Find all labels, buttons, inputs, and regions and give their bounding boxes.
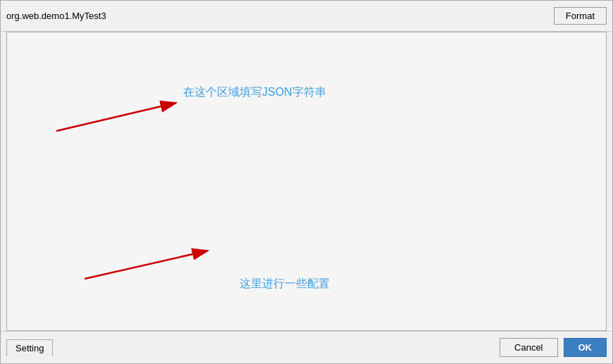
editor-area: 在这个区域填写JSON字符串 这里进行一些配置: [6, 32, 607, 331]
format-button[interactable]: Format: [554, 7, 607, 25]
main-content: 在这个区域填写JSON字符串 这里进行一些配置: [1, 32, 612, 331]
setting-tab[interactable]: Setting: [6, 339, 53, 356]
title-bar: org.web.demo1.MyTest3 Format: [1, 1, 612, 32]
ok-button[interactable]: OK: [564, 338, 607, 357]
bottom-bar: Setting Cancel OK: [1, 331, 612, 363]
json-input[interactable]: [7, 32, 606, 330]
main-window: org.web.demo1.MyTest3 Format 在这个区域填写JSON…: [0, 0, 613, 364]
window-title: org.web.demo1.MyTest3: [6, 11, 106, 21]
bottom-buttons: Cancel OK: [500, 338, 607, 357]
cancel-button[interactable]: Cancel: [500, 338, 557, 357]
